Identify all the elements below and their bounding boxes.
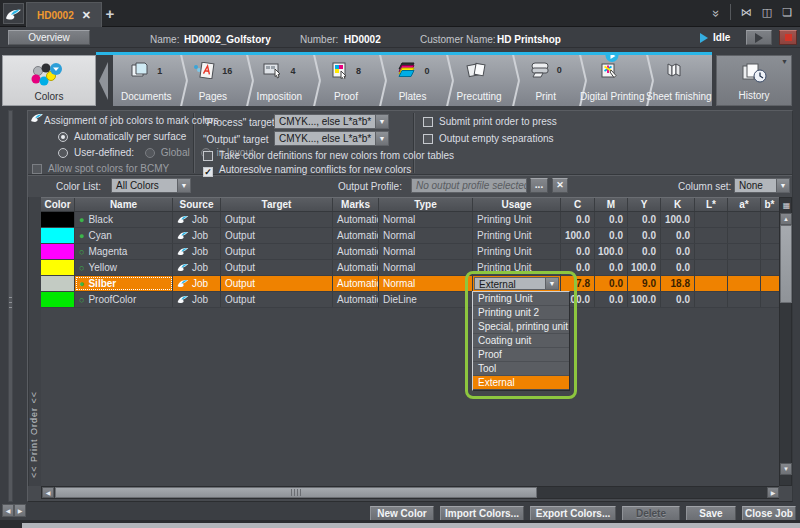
checkbox-autoresolve-naming[interactable]: ✓Autoresolve naming conflicts for new co… [203,164,411,177]
usage-option-external-selected[interactable]: External [473,376,569,390]
usage-cell[interactable]: Printing Unit [473,260,561,275]
step-plates[interactable]: 0 Plates [379,55,446,106]
panel-collapse-left-button[interactable]: ◀ [2,504,14,517]
chevron-down-icon[interactable]: ▼ [375,132,388,145]
scroll-right-button[interactable]: ▶ [767,487,779,498]
panel-splitter[interactable] [8,110,13,502]
col-header-l[interactable]: L* [695,198,728,211]
usage-option-tool[interactable]: Tool [473,362,569,376]
checkbox-output-empty-separations[interactable]: Output empty separations [423,133,554,144]
split-view-icon[interactable]: ⋈ [741,6,752,19]
col-header-m[interactable]: M [595,198,628,211]
usage-cell[interactable]: Printing Unit [473,212,561,227]
radio-global-icon[interactable] [145,148,155,158]
col-header-color[interactable]: Color [41,198,75,211]
vertical-scrollbar[interactable]: ▦ ▲ ▼ [779,197,792,486]
usage-select-open[interactable]: External▼ [474,277,559,290]
save-button[interactable]: Save [686,506,736,521]
scroll-down-button[interactable]: ▼ [780,463,792,475]
col-header-source[interactable]: Source [173,198,221,211]
checkbox-icon[interactable] [423,134,433,144]
col-header-a[interactable]: a* [728,198,761,211]
horizontal-scrollbar[interactable]: ◀ ▶ [41,486,779,499]
table-row-proofcolor[interactable]: ○ProofColor Job Output Automatic DieLine… [41,292,779,308]
table-row-yellow[interactable]: ○Yellow Job Output Automatic Normal Prin… [41,260,779,276]
checkbox-take-color-definitions[interactable]: Take color definitions for new colors fr… [203,150,454,161]
tab-close-icon[interactable]: ✕ [82,9,91,22]
history-button[interactable]: ▼ History [716,55,792,106]
new-tab-button[interactable]: + [100,4,120,24]
delete-button[interactable]: Delete [622,506,680,521]
checkbox-icon[interactable] [203,151,213,161]
checkbox-submit-print-order[interactable]: Submit print order to press [423,116,557,127]
chevron-down-icon[interactable]: ▼ [545,278,558,289]
stop-button[interactable] [779,30,797,45]
collapse-all-icon[interactable]: » [710,9,725,14]
usage-cell[interactable]: Printing Unit [473,228,561,243]
step-digital-printing[interactable]: Digital Printing [579,55,646,106]
radio-icon[interactable] [58,132,68,142]
panel-icon[interactable]: ◫ [762,6,772,19]
panel-collapse-right-button[interactable]: ▶ [14,504,26,517]
new-color-button[interactable]: New Color [370,506,434,521]
scroll-up-button[interactable]: ▲ [780,213,792,225]
col-header-usage[interactable]: Usage [473,198,561,211]
step-imposition[interactable]: 4 Imposition [246,55,313,106]
checkbox-checked-icon[interactable]: ✓ [203,167,213,177]
chevron-down-icon[interactable]: ▼ [375,115,388,128]
process-target-select[interactable]: CMYK..., else L*a*b*▼ [274,114,389,129]
close-job-button[interactable]: Close Job [742,506,796,521]
col-header-target[interactable]: Target [221,198,333,211]
checkbox-icon[interactable] [423,117,433,127]
step-pages[interactable]: 16 Pages [180,55,247,106]
scroll-left-button[interactable]: ◀ [42,487,54,498]
overview-button[interactable]: Overview [8,30,90,45]
usage-option-printing-unit-2[interactable]: Printing unit 2 [473,306,569,320]
usage-option-special-printing-unit[interactable]: Special, printing unit [473,320,569,334]
app-logo-tile[interactable] [3,3,24,24]
step-print[interactable]: 0 Print [512,55,579,106]
submit-button[interactable] [746,30,772,45]
output-target-select[interactable]: CMYK..., else L*a*b*▼ [274,131,389,146]
checkbox-allow-spot-colors[interactable]: Allow spot colors for BCMY [32,163,169,174]
chevron-down-icon[interactable]: ▼ [177,179,190,192]
step-colors-selected[interactable]: Colors [2,55,96,106]
usage-cell[interactable]: Printing Unit [473,244,561,259]
table-row-black[interactable]: ●Black Job Output Automatic Normal Print… [41,212,779,228]
step-sheet-finishing[interactable]: Sheet finishing [646,55,713,106]
step-documents[interactable]: 1 Documents [113,55,180,106]
horizontal-scroll-thumb[interactable] [55,487,537,498]
color-list-select[interactable]: All Colors▼ [111,178,191,193]
usage-option-proof[interactable]: Proof [473,348,569,362]
column-set-select[interactable]: None▼ [734,178,790,193]
handoff-icon[interactable]: ❏ [782,6,792,19]
output-profile-field[interactable]: No output profile selected [411,178,527,193]
import-colors-button[interactable]: Import Colors... [440,506,524,521]
export-colors-button[interactable]: Export Colors... [530,506,616,521]
table-row-cyan[interactable]: ●Cyan Job Output Automatic Normal Printi… [41,228,779,244]
history-dropdown-icon[interactable]: ▼ [781,58,788,65]
collapse-steps-icon[interactable] [99,62,108,100]
usage-option-printing-unit[interactable]: Printing Unit [473,292,569,306]
col-header-b[interactable]: b* [761,198,778,211]
step-precutting[interactable]: Precutting [446,55,513,106]
col-header-marks[interactable]: Marks [333,198,379,211]
print-order-collapse[interactable]: << Print Order << [28,197,41,486]
usage-option-coating-unit[interactable]: Coating unit [473,334,569,348]
job-tab[interactable]: HD0002 ✕ [26,2,102,27]
radio-automatically-per-surface[interactable]: Automatically per surface [58,131,186,142]
browse-profile-button[interactable]: ... [530,178,548,193]
checkbox-icon[interactable] [32,164,42,174]
step-proof[interactable]: 8 Proof [313,55,380,106]
col-header-name[interactable]: Name [75,198,173,211]
col-header-c[interactable]: C [561,198,595,211]
col-header-type[interactable]: Type [379,198,473,211]
chevron-down-icon[interactable]: ▼ [776,179,789,192]
table-row-silber-selected[interactable]: ●Silber Job Output Automatic Normal Exte… [41,276,779,292]
col-header-y[interactable]: Y [628,198,661,211]
vertical-scroll-thumb[interactable] [780,225,792,303]
radio-icon[interactable] [58,148,68,158]
col-header-k[interactable]: K [661,198,695,211]
table-corner-icon[interactable]: ▦ [781,199,792,212]
table-row-magenta[interactable]: ○Magenta Job Output Automatic Normal Pri… [41,244,779,260]
